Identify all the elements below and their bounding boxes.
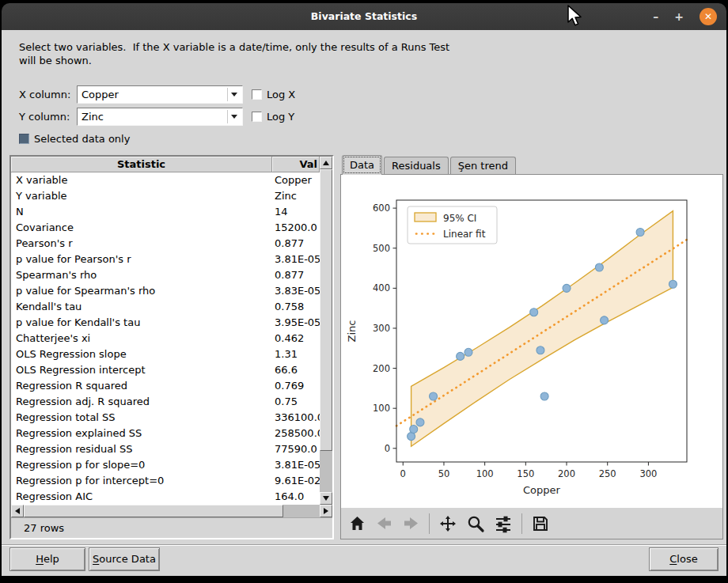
zoom-icon[interactable]	[466, 514, 485, 533]
x-column-select[interactable]: Copper	[77, 85, 243, 104]
selected-data-only-box[interactable]	[19, 134, 29, 144]
save-icon[interactable]	[531, 514, 550, 533]
value-column-header[interactable]: Val	[272, 157, 320, 172]
tab-bar: DataResidualsŞen trend	[342, 155, 518, 174]
data-point	[601, 316, 609, 324]
log-y-box[interactable]	[252, 112, 262, 122]
table-row[interactable]: X variableCopper	[11, 172, 320, 188]
dialog-window: Bivariate Statistics – + ✕ Select two va…	[2, 3, 726, 576]
data-point	[669, 280, 677, 288]
table-row[interactable]: OLS Regression intercept66.6	[11, 362, 320, 378]
log-y-checkbox[interactable]: Log Y	[252, 111, 294, 123]
data-point	[457, 352, 464, 360]
horizontal-scrollbar-thumb[interactable]	[24, 505, 283, 517]
data-point	[595, 263, 603, 271]
value-cell: 336100.0	[272, 410, 320, 426]
table-row[interactable]: p value for Pearson's r3.81E-05	[11, 252, 320, 267]
value-cell: 66.6	[272, 362, 320, 378]
statistics-table: Statistic Val X variableCopperY variable…	[11, 157, 320, 505]
table-row[interactable]: p value for Kendall's tau3.95E-05	[11, 315, 320, 331]
help-button[interactable]: Help	[9, 547, 85, 571]
value-cell: 164.0	[272, 489, 320, 505]
table-row[interactable]: Spearman's rho0.877	[11, 267, 320, 283]
y-tick-label: 0	[385, 443, 390, 454]
statistic-cell: Regression p for intercept=0	[11, 473, 272, 489]
scroll-right-icon[interactable]	[320, 505, 332, 517]
chevron-down-icon[interactable]	[227, 110, 241, 123]
title-bar[interactable]: Bivariate Statistics – + ✕	[2, 3, 726, 30]
tab-sen-trend[interactable]: Şen trend	[450, 157, 516, 174]
minimize-button[interactable]: –	[653, 11, 658, 22]
table-row[interactable]: Chatterjee's xi0.462	[11, 331, 320, 346]
value-cell: 9.61E-02	[272, 473, 320, 489]
value-cell: 3.81E-05	[272, 252, 320, 267]
footer-divider	[2, 544, 726, 546]
table-row[interactable]: Covariance15200.0	[11, 220, 320, 236]
statistic-cell: Regression total SS	[11, 410, 272, 426]
close-button[interactable]: Close	[649, 547, 719, 571]
table-row[interactable]: Regression explained SS258500.0	[11, 426, 320, 441]
y-axis-label: Zinc	[346, 320, 358, 343]
vertical-scrollbar[interactable]	[320, 157, 332, 505]
table-row[interactable]: Regression p for slope=03.81E-05	[11, 457, 320, 473]
x-tick-label: 100	[476, 468, 494, 479]
table-row[interactable]: Pearson's r0.877	[11, 236, 320, 252]
source-data-button[interactable]: Source Data	[89, 547, 160, 571]
legend-ci-swatch	[415, 213, 436, 221]
toolbar-separator	[521, 513, 522, 534]
selected-data-only-checkbox[interactable]: Selected data only	[19, 133, 130, 146]
scroll-up-icon[interactable]	[320, 157, 332, 169]
y-column-label: Y column:	[19, 108, 70, 126]
scatter-chart: 0501001502002503000100200300400500600Cop…	[341, 175, 722, 508]
vertical-scrollbar-thumb[interactable]	[320, 169, 332, 451]
table-row[interactable]: N14	[11, 204, 320, 220]
value-cell: 15200.0	[272, 220, 320, 236]
log-x-box[interactable]	[252, 89, 262, 100]
y-tick-label: 400	[373, 282, 390, 293]
y-tick-label: 200	[373, 363, 390, 374]
home-icon[interactable]	[348, 514, 366, 532]
data-point	[537, 346, 544, 354]
statistic-cell: Regression R squared	[11, 378, 272, 394]
x-column-value: Copper	[82, 89, 119, 100]
tab-residuals[interactable]: Residuals	[384, 157, 449, 174]
table-row[interactable]: Regression AIC164.0	[11, 489, 320, 505]
table-row[interactable]: OLS Regression slope1.31	[11, 346, 320, 362]
value-cell: 0.769	[272, 378, 320, 394]
x-tick-label: 250	[599, 468, 616, 479]
subplots-config-icon[interactable]	[494, 514, 513, 533]
x-tick-label: 0	[400, 468, 406, 479]
y-column-select[interactable]: Zinc	[77, 108, 243, 126]
statistic-cell: Chatterjee's xi	[11, 331, 272, 346]
pan-icon[interactable]	[438, 514, 457, 533]
table-row[interactable]: p value for Spearman's rho3.83E-05	[11, 283, 320, 299]
statistic-cell: Regression residual SS	[11, 441, 272, 457]
table-row[interactable]: Kendall's tau0.758	[11, 299, 320, 315]
table-row[interactable]: Y variableZinc	[11, 188, 320, 204]
table-row[interactable]: Regression p for intercept=09.61E-02	[11, 473, 320, 489]
value-cell: 0.758	[272, 299, 320, 315]
maximize-button[interactable]: +	[674, 11, 684, 22]
table-row[interactable]: Regression adj. R squared0.75	[11, 394, 320, 410]
y-tick-label: 500	[373, 243, 390, 254]
back-icon	[375, 514, 393, 532]
chevron-down-icon[interactable]	[227, 88, 241, 101]
value-cell: 1.31	[272, 346, 320, 362]
table-row[interactable]: Regression residual SS77590.0	[11, 441, 320, 457]
horizontal-scrollbar[interactable]	[11, 505, 332, 517]
close-window-button[interactable]: ✕	[700, 8, 717, 25]
table-row[interactable]: Regression total SS336100.0	[11, 410, 320, 426]
y-tick-label: 600	[373, 203, 390, 214]
plot-toolbar	[341, 508, 722, 539]
log-x-checkbox[interactable]: Log X	[252, 89, 295, 101]
scroll-down-icon[interactable]	[320, 492, 332, 505]
data-point	[464, 348, 472, 356]
data-point	[408, 433, 415, 441]
statistic-column-header[interactable]: Statistic	[11, 157, 272, 172]
x-axis-label: Copper	[523, 484, 561, 496]
tab-data[interactable]: Data	[342, 155, 382, 175]
table-row[interactable]: Regression R squared0.769	[11, 378, 320, 394]
scroll-left-icon[interactable]	[11, 505, 24, 517]
data-point	[410, 425, 418, 433]
statistic-cell: OLS Regression slope	[11, 346, 272, 362]
